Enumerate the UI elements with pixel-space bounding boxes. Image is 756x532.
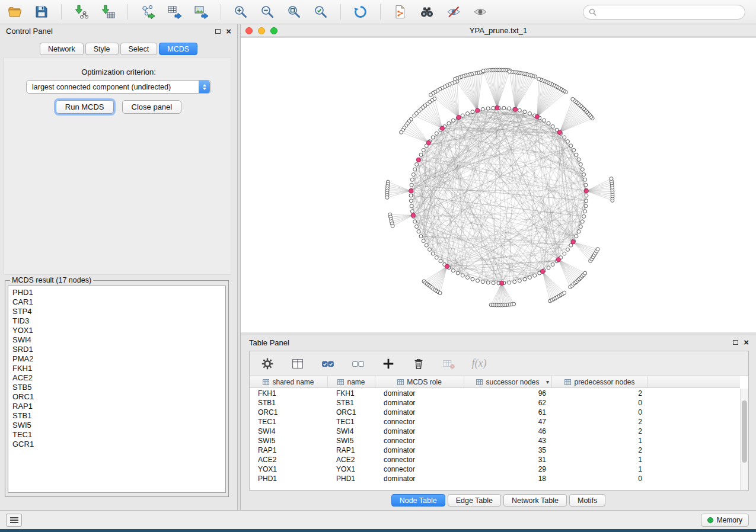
table-cell: FKH1 [250, 389, 328, 398]
table-row[interactable]: FKH1FKH1dominator962 [250, 389, 740, 398]
mcds-result-item[interactable]: SRD1 [12, 345, 221, 354]
column-header-predecessor-nodes[interactable]: predecessor nodes [552, 376, 648, 387]
column-header-name[interactable]: name [328, 376, 375, 387]
table-row[interactable]: YOX1YOX1connector291 [250, 464, 740, 474]
save-icon[interactable] [33, 3, 50, 21]
column-header-MCDS-role[interactable]: MCDS role [375, 376, 464, 387]
delete-column-icon[interactable] [411, 356, 426, 371]
table-row[interactable]: STB1STB1dominator620 [250, 398, 740, 408]
import-table-icon[interactable] [99, 3, 117, 21]
tab-select[interactable]: Select [120, 43, 158, 55]
export-image-icon[interactable] [192, 3, 210, 21]
network-graph[interactable] [241, 37, 755, 332]
create-column-icon[interactable] [381, 356, 396, 371]
export-table-icon[interactable] [165, 3, 183, 21]
select-all-rows-icon[interactable] [320, 356, 336, 371]
tab-edge-table[interactable]: Edge Table [448, 494, 501, 507]
mcds-result-item[interactable]: YOX1 [12, 326, 221, 335]
tab-motifs[interactable]: Motifs [569, 494, 605, 507]
memory-button[interactable]: Memory [701, 514, 749, 527]
mcds-result-item[interactable]: FKH1 [12, 364, 221, 373]
table-cell: 43 [464, 437, 552, 445]
tab-style[interactable]: Style [85, 43, 119, 55]
table-cell: 62 [464, 399, 552, 407]
import-network-icon[interactable] [72, 3, 90, 21]
mcds-result-item[interactable]: TEC1 [12, 430, 221, 440]
table-row[interactable]: TEC1TEC1connector472 [250, 417, 740, 427]
tab-node-table[interactable]: Node Table [391, 494, 445, 507]
network-window-titlebar[interactable]: YPA_prune.txt_1 [241, 24, 756, 37]
control-panel-title: Control Panel [6, 27, 53, 36]
table-row[interactable]: ORC1ORC1dominator610 [250, 408, 740, 417]
export-network-icon[interactable] [139, 3, 157, 21]
table-panel: Table Panel × f(x) shared namenameMCDS r… [241, 335, 756, 510]
search-box[interactable] [583, 5, 745, 20]
close-panel-icon[interactable]: × [226, 28, 231, 34]
show-results-icon[interactable] [471, 3, 489, 21]
document-share-icon[interactable] [391, 3, 409, 21]
mcds-result-item[interactable]: ORC1 [12, 392, 221, 402]
column-header-shared-name[interactable]: shared name [250, 376, 328, 387]
table-cell: ACE2 [250, 456, 328, 464]
table-cell: SWI4 [250, 427, 328, 435]
mcds-result-item[interactable]: PHD1 [12, 288, 221, 297]
scrollbar-thumb[interactable] [742, 400, 747, 463]
float-panel-icon[interactable] [215, 29, 221, 34]
table-cell: ORC1 [328, 408, 375, 416]
refresh-icon[interactable] [352, 3, 369, 21]
show-panels-button[interactable] [6, 514, 22, 527]
close-mcds-panel-button[interactable]: Close panel [122, 100, 182, 114]
table-scrollbar[interactable] [740, 389, 748, 490]
table-row[interactable]: PHD1PHD1dominator180 [250, 474, 740, 483]
float-table-panel-icon[interactable] [733, 340, 738, 345]
mcds-result-item[interactable]: SWI5 [12, 421, 221, 430]
table-row[interactable]: SWI4SWI4dominator462 [250, 427, 740, 436]
open-folder-icon[interactable] [6, 3, 24, 21]
close-table-panel-icon[interactable]: × [744, 339, 749, 345]
hide-results-icon[interactable] [445, 3, 462, 21]
zoom-out-icon[interactable] [259, 3, 276, 21]
mcds-result-item[interactable]: ACE2 [12, 373, 221, 383]
toolbar-separator [127, 4, 128, 20]
table-cell: connector [375, 456, 464, 464]
table-cell: dominator [375, 399, 464, 407]
memory-label: Memory [717, 516, 742, 524]
table-cell: 35 [464, 446, 552, 454]
table-cell: 47 [464, 418, 552, 426]
mcds-result-item[interactable]: RAP1 [12, 402, 221, 411]
criterion-dropdown[interactable]: largest connected component (undirected) [26, 80, 211, 94]
binoculars-icon[interactable] [418, 3, 436, 21]
table-row[interactable]: RAP1RAP1dominator352 [250, 446, 740, 455]
mcds-result-list[interactable]: PHD1CAR1STP4TID3YOX1SWI4SRD1PMA2FKH1ACE2… [8, 286, 226, 493]
table-row[interactable]: ACE2ACE2connector311 [250, 455, 740, 464]
mcds-result-item[interactable]: TID3 [12, 316, 221, 326]
tab-network-table[interactable]: Network Table [503, 494, 567, 507]
table-cell: STB1 [328, 399, 375, 407]
table-cell: 0 [552, 399, 648, 407]
mcds-result-item[interactable]: CAR1 [12, 297, 221, 307]
table-cell: FKH1 [328, 389, 375, 398]
table-cell: SWI5 [328, 437, 375, 445]
tab-mcds[interactable]: MCDS [159, 43, 197, 55]
control-panel-header: Control Panel × [0, 24, 237, 36]
tab-network[interactable]: Network [40, 43, 84, 55]
show-columns-icon[interactable] [290, 356, 305, 371]
zoom-in-icon[interactable] [232, 3, 250, 21]
mcds-result-item[interactable]: PMA2 [12, 354, 221, 364]
network-canvas[interactable] [241, 37, 756, 332]
run-mcds-button[interactable]: Run MCDS [56, 100, 114, 114]
deselect-all-rows-icon[interactable] [350, 356, 366, 371]
mcds-result-item[interactable]: STP4 [12, 307, 221, 316]
mcds-result-item[interactable]: STB5 [12, 383, 221, 392]
column-header-successor-nodes[interactable]: successor nodes▾ [464, 376, 552, 387]
table-cell: ACE2 [328, 456, 375, 464]
search-input[interactable] [600, 8, 739, 16]
zoom-selected-icon[interactable] [312, 3, 330, 21]
toolbar-separator [61, 4, 62, 20]
zoom-fit-icon[interactable] [285, 3, 303, 21]
mcds-result-item[interactable]: GCR1 [12, 440, 221, 449]
table-settings-icon[interactable] [260, 356, 275, 371]
table-row[interactable]: SWI5SWI5connector431 [250, 436, 740, 446]
mcds-result-item[interactable]: SWI4 [12, 335, 221, 345]
mcds-result-item[interactable]: STB1 [12, 411, 221, 421]
